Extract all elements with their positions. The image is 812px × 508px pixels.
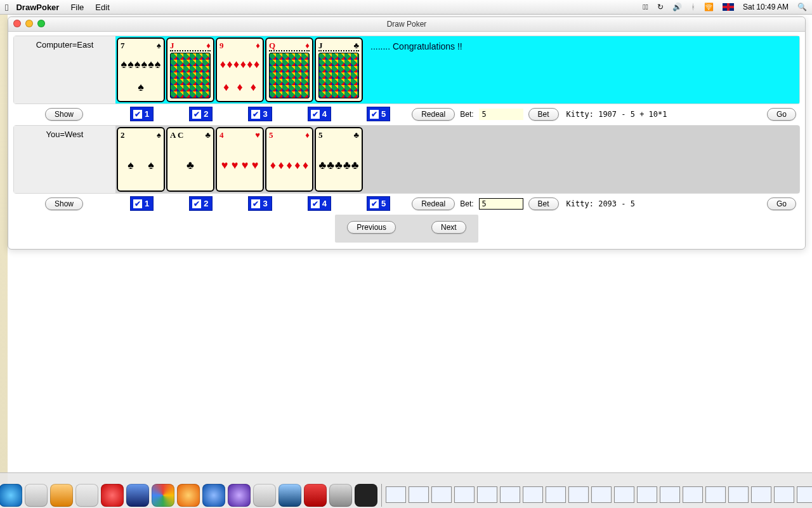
- east-bet-label: Bet:: [460, 110, 473, 119]
- edit-menu[interactable]: Edit: [95, 3, 109, 12]
- west-bet-button[interactable]: Bet: [528, 197, 559, 210]
- east-card-5[interactable]: J♣: [315, 37, 363, 102]
- dock-minimized-window[interactable]: [386, 486, 406, 503]
- spotlight-icon[interactable]: 🔍: [797, 3, 807, 11]
- dock-minimized-window[interactable]: [797, 486, 813, 503]
- zoom-icon[interactable]: [37, 20, 45, 27]
- dock-app[interactable]: [25, 484, 48, 507]
- volume-icon[interactable]: 🔊: [672, 3, 682, 11]
- dock-minimized-window[interactable]: [591, 486, 612, 503]
- dock-app[interactable]: [304, 484, 327, 507]
- apple-menu-icon[interactable]: : [5, 2, 8, 13]
- dock-app[interactable]: [329, 484, 352, 507]
- next-button[interactable]: Next: [431, 221, 466, 234]
- dock-app[interactable]: [101, 484, 124, 507]
- checkbox-icon: ✔: [133, 199, 142, 208]
- east-hand-area: 7♠♠♠♠♠♠♠♠J♦9♦♦♦♦♦♦♦♦♦♦Q♦J♣ ........ Cong…: [115, 36, 799, 104]
- nav-bar: Previous Next: [335, 215, 478, 243]
- dock-separator: [381, 484, 382, 507]
- window-title: Draw Poker: [387, 20, 427, 29]
- timemachine-icon[interactable]: ↻: [657, 3, 664, 11]
- window-titlebar[interactable]: Draw Poker: [8, 17, 805, 32]
- dock: [0, 472, 812, 508]
- dock-app[interactable]: [50, 484, 73, 507]
- dock-minimized-window[interactable]: [546, 486, 566, 503]
- east-kitty: Kitty: 1907 - 5 + 10*1: [566, 110, 667, 119]
- east-go-button[interactable]: Go: [767, 108, 796, 121]
- east-card-4[interactable]: Q♦: [265, 37, 313, 102]
- west-hold-3[interactable]: ✔3: [248, 196, 272, 211]
- checkbox-icon: ✔: [133, 110, 142, 119]
- east-redeal-button[interactable]: Redeal: [412, 108, 455, 121]
- east-hold-3[interactable]: ✔3: [248, 107, 272, 121]
- west-hold-5[interactable]: ✔5: [367, 196, 390, 211]
- dock-minimized-window[interactable]: [728, 486, 749, 503]
- checkbox-icon: ✔: [192, 199, 201, 208]
- dock-minimized-window[interactable]: [523, 486, 543, 503]
- dock-app[interactable]: [126, 484, 149, 507]
- player-east: Computer=East 7♠♠♠♠♠♠♠♠J♦9♦♦♦♦♦♦♦♦♦♦Q♦J♣…: [13, 36, 800, 104]
- west-hold-1[interactable]: ✔1: [130, 196, 154, 211]
- flag-icon[interactable]: [723, 3, 734, 11]
- dock-minimized-window[interactable]: [477, 486, 497, 503]
- west-hand-area: 2♠♠♠A C♣♣4♥♥♥♥♥5♦♦♦♦♦♦5♣♣♣♣♣♣: [115, 126, 799, 193]
- east-card-2[interactable]: J♦: [166, 37, 214, 102]
- east-hold-1[interactable]: ✔1: [130, 107, 154, 121]
- dock-app[interactable]: [177, 484, 200, 507]
- west-go-button[interactable]: Go: [767, 197, 796, 210]
- dock-minimized-window[interactable]: [683, 486, 703, 503]
- dock-minimized-window[interactable]: [568, 486, 589, 503]
- east-hold-2[interactable]: ✔2: [189, 107, 213, 121]
- desktop-edge: [0, 14, 8, 484]
- dock-app[interactable]: [278, 484, 301, 507]
- dock-app[interactable]: [202, 484, 225, 507]
- bluetooth-icon[interactable]: ᚼ: [691, 3, 695, 11]
- dock-app[interactable]: [152, 484, 174, 507]
- dock-minimized-window[interactable]: [409, 486, 429, 503]
- east-card-3[interactable]: 9♦♦♦♦♦♦♦♦♦♦: [216, 37, 264, 102]
- east-card-1[interactable]: 7♠♠♠♠♠♠♠♠: [117, 37, 165, 102]
- dock-app[interactable]: [228, 484, 251, 507]
- app-window: Draw Poker Computer=East 7♠♠♠♠♠♠♠♠J♦9♦♦♦…: [8, 17, 806, 250]
- west-card-5[interactable]: 5♣♣♣♣♣♣: [315, 127, 363, 192]
- west-card-3[interactable]: 4♥♥♥♥♥: [216, 127, 264, 192]
- dock-minimized-window[interactable]: [660, 486, 680, 503]
- west-card-1[interactable]: 2♠♠♠: [117, 127, 165, 192]
- west-hold-2[interactable]: ✔2: [189, 196, 213, 211]
- dock-minimized-window[interactable]: [774, 486, 794, 503]
- dock-minimized-window[interactable]: [454, 486, 475, 503]
- east-show-button[interactable]: Show: [45, 108, 83, 121]
- east-hold-4[interactable]: ✔4: [308, 107, 331, 121]
- west-card-4[interactable]: 5♦♦♦♦♦♦: [265, 127, 313, 192]
- close-icon[interactable]: [13, 20, 21, 27]
- dock-minimized-window[interactable]: [431, 486, 452, 503]
- battery-icon[interactable]: ▭⃞: [643, 3, 648, 11]
- checkbox-icon: ✔: [370, 199, 379, 208]
- menubar-clock[interactable]: Sat 10:49 AM: [743, 3, 789, 11]
- mac-menubar:  DrawPoker File Edit ▭⃞ ↻ 🔊 ᚼ 🛜 Sat 10:…: [0, 0, 812, 15]
- dock-minimized-window[interactable]: [614, 486, 634, 503]
- dock-minimized-window[interactable]: [500, 486, 520, 503]
- dock-app[interactable]: [75, 484, 98, 507]
- file-menu[interactable]: File: [70, 3, 84, 12]
- east-hold-5[interactable]: ✔5: [367, 107, 390, 121]
- west-hold-4[interactable]: ✔4: [308, 196, 331, 211]
- dock-minimized-window[interactable]: [751, 486, 771, 503]
- west-show-button[interactable]: Show: [45, 197, 83, 210]
- dock-minimized-window[interactable]: [705, 486, 726, 503]
- minimize-icon[interactable]: [25, 20, 33, 27]
- east-bet-button[interactable]: Bet: [528, 108, 559, 121]
- west-bet-input[interactable]: [479, 198, 523, 210]
- west-card-2[interactable]: A C♣♣: [166, 127, 214, 192]
- dock-minimized-window[interactable]: [637, 486, 657, 503]
- app-menu[interactable]: DrawPoker: [16, 3, 59, 12]
- dock-app[interactable]: [0, 484, 22, 507]
- dock-app[interactable]: [355, 484, 377, 507]
- dock-app[interactable]: [253, 484, 276, 507]
- checkbox-icon: ✔: [251, 110, 260, 119]
- west-redeal-button[interactable]: Redeal: [412, 197, 455, 210]
- east-controls: Show ✔1✔2✔3✔4✔5 Redeal Bet: 5 Bet Kitty:…: [13, 107, 800, 121]
- previous-button[interactable]: Previous: [347, 221, 396, 234]
- checkbox-icon: ✔: [251, 199, 260, 208]
- wifi-icon[interactable]: 🛜: [704, 3, 714, 11]
